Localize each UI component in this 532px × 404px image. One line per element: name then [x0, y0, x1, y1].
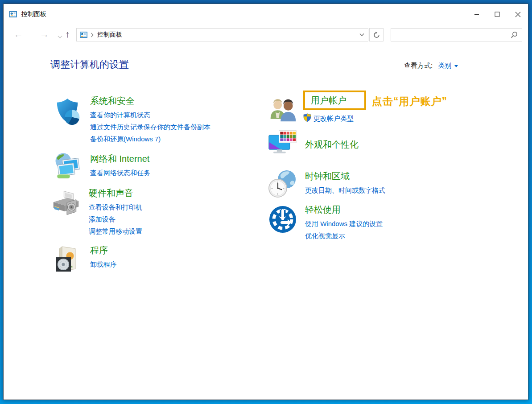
address-bar[interactable]: 控制面板: [76, 28, 368, 41]
forward-icon[interactable]: →: [40, 27, 49, 41]
desktop: { "window": { "title": "控制面板" }, "navbar…: [0, 0, 532, 404]
category-clock-region: 时钟和区域 更改日期、时间或数字格式: [268, 169, 385, 198]
clock-globe-icon[interactable]: [268, 169, 297, 198]
link-backup-restore-win7[interactable]: 备份和还原(Windows 7): [90, 133, 161, 145]
link-devices-printers[interactable]: 查看设备和打印机: [89, 201, 142, 213]
category-title-appearance-personalization[interactable]: 外观和个性化: [305, 139, 359, 150]
view-by-dropdown[interactable]: 类别: [438, 62, 458, 70]
dropdown-triangle-icon: [454, 65, 458, 67]
category-title-programs[interactable]: 程序: [90, 244, 108, 256]
category-links: 更改帐户类型: [303, 112, 354, 124]
category-programs: 程序 卸载程序: [53, 245, 117, 275]
view-by-value: 类别: [438, 62, 451, 70]
security-shield-pie-icon[interactable]: [53, 98, 82, 145]
search-icon[interactable]: [511, 31, 518, 38]
control-panel-window: 控制面板 ← → ↑: [3, 4, 528, 400]
link-uninstall-program[interactable]: 卸载程序: [90, 258, 117, 270]
content-area: 调整计算机的设置 查看方式: 类别: [4, 45, 528, 400]
monitor-palette-icon[interactable]: [268, 129, 297, 158]
minimize-button[interactable]: [466, 4, 487, 25]
link-check-computer-status[interactable]: 查看你的计算机状态: [90, 109, 150, 121]
link-network-status-tasks[interactable]: 查看网络状态和任务: [90, 167, 150, 179]
category-title-clock-region[interactable]: 时钟和区域: [305, 170, 350, 182]
search-input[interactable]: [391, 29, 511, 41]
category-user-accounts: 用户帐户 更改帐户类型: [268, 94, 366, 124]
control-panel-icon[interactable]: [9, 11, 17, 17]
breadcrumb-root[interactable]: 控制面板: [97, 31, 122, 39]
category-title-ease-of-access[interactable]: 轻松使用: [305, 204, 341, 215]
category-appearance-personalization: 外观和个性化: [268, 129, 359, 158]
history-chevron-icon[interactable]: [58, 33, 62, 41]
view-by-label: 查看方式:: [404, 62, 433, 70]
up-icon[interactable]: ↑: [65, 27, 70, 41]
category-ease-of-access: 轻松使用 使用 Windows 建议的设置 优化视觉显示: [268, 205, 383, 242]
link-add-device[interactable]: 添加设备: [89, 213, 115, 225]
category-links: 查看设备和打印机 添加设备 调整常用移动设置: [89, 201, 142, 237]
maximize-button[interactable]: [487, 4, 507, 25]
link-change-account-type[interactable]: 更改帐户类型: [313, 112, 354, 124]
breadcrumb-control-panel-icon: [80, 32, 87, 38]
search-box: [391, 28, 522, 41]
category-links: 更改日期、时间或数字格式: [305, 184, 385, 196]
link-file-history-backup[interactable]: 通过文件历史记录保存你的文件备份副本: [90, 121, 210, 133]
window-title: 控制面板: [21, 10, 46, 18]
category-title-user-accounts[interactable]: 用户帐户: [311, 95, 346, 106]
view-by-control: 查看方式: 类别: [404, 62, 458, 70]
breadcrumb-separator-icon[interactable]: [91, 33, 94, 37]
close-button[interactable]: [507, 4, 528, 25]
annotation-highlight-box: 用户帐户: [303, 91, 366, 110]
navigation-bar: ← → ↑ 控制面板: [4, 25, 528, 45]
category-hardware-sound: 硬件和声音 查看设备和打印机 添加设备 调整常用移动设置: [52, 189, 142, 237]
category-title-system-security[interactable]: 系统和安全: [90, 95, 135, 107]
category-system-security: 系统和安全 查看你的计算机状态 通过文件历史记录保存你的文件备份副本 备份和还原…: [53, 98, 210, 145]
category-network-internet: 网络和 Internet 查看网络状态和任务: [53, 152, 150, 181]
category-title-network-internet[interactable]: 网络和 Internet: [90, 153, 149, 165]
annotation-text: 点击“用户账户”: [372, 95, 447, 108]
category-links: 使用 Windows 建议的设置 优化视觉显示: [305, 218, 383, 242]
link-mobility-settings[interactable]: 调整常用移动设置: [89, 225, 142, 237]
address-dropdown-icon[interactable]: [355, 29, 368, 41]
category-links: 查看网络状态和任务: [90, 167, 150, 179]
category-links: 查看你的计算机状态 通过文件历史记录保存你的文件备份副本 备份和还原(Windo…: [90, 109, 210, 145]
program-box-cd-icon[interactable]: [53, 245, 82, 275]
page-title: 调整计算机的设置: [50, 58, 129, 71]
printer-speaker-icon[interactable]: [52, 189, 81, 237]
link-windows-suggested-settings[interactable]: 使用 Windows 建议的设置: [305, 218, 383, 230]
ease-of-access-icon[interactable]: [268, 205, 297, 242]
two-users-icon[interactable]: [268, 94, 297, 124]
link-optimize-visual-display[interactable]: 优化视觉显示: [305, 230, 345, 242]
category-links: 卸载程序: [90, 258, 117, 270]
refresh-icon[interactable]: [369, 28, 384, 41]
network-globe-monitors-icon[interactable]: [53, 152, 82, 181]
category-title-hardware-sound[interactable]: 硬件和声音: [89, 187, 133, 199]
title-bar: 控制面板: [4, 4, 528, 25]
back-icon[interactable]: ←: [14, 27, 23, 41]
window-controls: [466, 4, 528, 25]
link-change-date-time-format[interactable]: 更改日期、时间或数字格式: [305, 184, 385, 196]
uac-shield-icon: [303, 113, 311, 124]
